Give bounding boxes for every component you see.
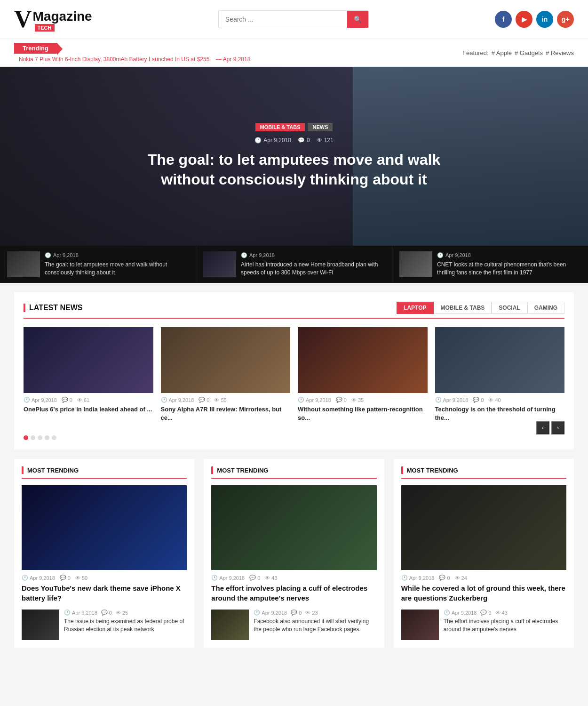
search-bar: 🔍 [218, 10, 369, 28]
tab-mobile[interactable]: MOBILE & TABS [434, 302, 492, 314]
trending-sub-2[interactable]: 🕐 Apr 9,2018 💬 0 👁 23 Facebook also anno… [211, 610, 376, 640]
date-1: 🕐 Apr 9,2018 [24, 397, 57, 403]
trending-news-text[interactable]: Nokia 7 Plus With 6-Inch Display, 3800mA… [14, 56, 462, 63]
trending-col-1-header: MOST TRENDING [22, 466, 187, 479]
hero-date: 🕐 Apr 9,2018 [254, 137, 291, 144]
trending-sub-info-2: 🕐 Apr 9,2018 💬 0 👁 23 Facebook also anno… [254, 610, 376, 634]
tm-date-1: 🕐 Apr 9,2018 [22, 575, 55, 581]
trending-main-meta-2: 🕐 Apr 9,2018 💬 0 👁 43 [211, 575, 376, 581]
tm-comments-3: 💬 0 [439, 575, 450, 581]
hero-strip-date-1: 🕐 Apr 9,2018 [45, 252, 189, 258]
news-title-2: Sony Alpha A7R III review: Mirrorless, b… [161, 405, 291, 422]
comments-1: 💬 0 [62, 397, 72, 403]
logo-magazine: Magazine [33, 9, 92, 24]
trending-main-meta-1: 🕐 Apr 9,2018 💬 0 👁 50 [22, 575, 187, 581]
trending-headline: Nokia 7 Plus With 6-Inch Display, 3800mA… [19, 56, 209, 63]
news-card-1[interactable]: 🕐 Apr 9,2018 💬 0 👁 61 OnePlus 6's price … [24, 327, 153, 422]
news-title-4: Technology is on the threshold of turnin… [435, 405, 565, 422]
trending-main-img-2[interactable] [211, 485, 376, 570]
youtube-icon[interactable]: ▶ [516, 11, 532, 28]
trending-sub-img-1 [22, 610, 59, 640]
hero-strip-item-3[interactable]: 🕐 Apr 9,2018 CNET looks at the cultural … [392, 246, 588, 283]
trending-sub-img-3 [401, 610, 439, 640]
news-title-3: Without something like pattern-recogniti… [298, 405, 428, 422]
ts-title-1: The issue is being examined as federal p… [64, 618, 187, 634]
tm-comments-1: 💬 0 [60, 575, 71, 581]
hero-comments: 💬 0 [298, 137, 310, 144]
views-1: 👁 61 [77, 397, 89, 403]
hero-tag-mobile[interactable]: MOBILE & TABS [255, 123, 305, 131]
tab-laptop[interactable]: LAPTOP [397, 302, 433, 314]
tm-date-3: 🕐 Apr 9,2018 [401, 575, 435, 581]
featured-gadgets[interactable]: # Gadgets [515, 49, 543, 56]
trending-main-img-3[interactable] [401, 485, 566, 570]
news-card-img-1 [24, 327, 153, 393]
news-title-1: OnePlus 6's price in India leaked ahead … [24, 405, 153, 414]
latest-news-header: LATEST NEWS LAPTOP MOBILE & TABS SOCIAL … [24, 302, 564, 319]
tm-date-2: 🕐 Apr 9,2018 [211, 575, 245, 581]
dot-1[interactable] [24, 435, 28, 440]
logo[interactable]: V Magazine TECH [14, 7, 92, 32]
hero-strip-thumb-1 [7, 251, 40, 277]
header: V Magazine TECH 🔍 f ▶ in g+ [0, 0, 588, 39]
trending-col-2: MOST TRENDING 🕐 Apr 9,2018 💬 0 👁 43 The … [204, 459, 384, 648]
hero-strip-info-3: 🕐 Apr 9,2018 CNET looks at the cultural … [437, 252, 581, 277]
news-card-4[interactable]: 🕐 Apr 9,2018 💬 0 👁 40 Technology is on t… [435, 327, 565, 422]
prev-arrow[interactable]: ‹ [536, 421, 549, 434]
hero-content: MOBILE & TABS NEWS 🕐 Apr 9,2018 💬 0 👁 12… [120, 113, 468, 199]
news-card-img-2 [161, 327, 291, 393]
dot-4[interactable] [45, 435, 49, 440]
featured-apple[interactable]: # Apple [492, 49, 512, 56]
trending-sub-3[interactable]: 🕐 Apr 9,2018 💬 0 👁 43 The effort involve… [401, 610, 566, 640]
dot-5[interactable] [52, 435, 56, 440]
hero-tag-news[interactable]: NEWS [308, 123, 333, 131]
hero-strip-thumb-3 [399, 251, 432, 277]
ts-title-2: Facebook also announced it will start ve… [254, 618, 376, 634]
views-2: 👁 55 [214, 397, 226, 403]
trending-sub-1[interactable]: 🕐 Apr 9,2018 💬 0 👁 25 The issue is being… [22, 610, 187, 640]
social-icons: f ▶ in g+ [495, 11, 574, 28]
facebook-icon[interactable]: f [495, 11, 512, 28]
trending-sub-img-2 [211, 610, 249, 640]
news-card-3[interactable]: 🕐 Apr 9,2018 💬 0 👁 35 Without something … [298, 327, 428, 422]
trending-label-wrap: Trending [14, 43, 462, 54]
search-input[interactable] [219, 11, 347, 28]
linkedin-icon[interactable]: in [536, 11, 553, 28]
trending-col-3: MOST TRENDING 🕐 Apr 9,2018 💬 0 👁 24 Whil… [394, 459, 574, 648]
latest-news-tabs: LAPTOP MOBILE & TABS SOCIAL GAMING [397, 302, 564, 314]
news-card-2[interactable]: 🕐 Apr 9,2018 💬 0 👁 55 Sony Alpha A7R III… [161, 327, 291, 422]
logo-v: V [14, 7, 32, 32]
hero-strip: 🕐 Apr 9,2018 The goal: to let amputees m… [0, 246, 588, 283]
hero-strip-item-1[interactable]: 🕐 Apr 9,2018 The goal: to let amputees m… [0, 246, 196, 283]
hero-views: 👁 121 [317, 137, 334, 144]
trending-label: Trending [14, 43, 57, 54]
hero-strip-date-2: 🕐 Apr 9,2018 [241, 252, 385, 258]
tab-social[interactable]: SOCIAL [492, 302, 527, 314]
comments-4: 💬 0 [473, 397, 484, 403]
hero-strip-item-2[interactable]: 🕐 Apr 9,2018 Airtel has introduced a new… [196, 246, 392, 283]
tm-comments-2: 💬 0 [249, 575, 260, 581]
featured-reviews[interactable]: # Reviews [546, 49, 574, 56]
news-meta-2: 🕐 Apr 9,2018 💬 0 👁 55 [161, 397, 291, 403]
trending-col-3-header: MOST TRENDING [401, 466, 566, 479]
trending-main-title-2[interactable]: The effort involves placing a cuff of el… [211, 583, 376, 603]
tab-gaming[interactable]: GAMING [527, 302, 564, 314]
trending-sub-info-1: 🕐 Apr 9,2018 💬 0 👁 25 The issue is being… [64, 610, 187, 634]
dot-3[interactable] [38, 435, 42, 440]
trending-col-2-header: MOST TRENDING [211, 466, 376, 479]
trending-bar: Trending Nokia 7 Plus With 6-Inch Displa… [0, 39, 588, 67]
date-3: 🕐 Apr 9,2018 [298, 397, 331, 403]
trending-main-meta-3: 🕐 Apr 9,2018 💬 0 👁 24 [401, 575, 566, 581]
trending-main-title-3[interactable]: While he covered a lot of ground this we… [401, 583, 566, 603]
latest-news-title: LATEST NEWS [24, 304, 87, 313]
trending-main-img-1[interactable] [22, 485, 187, 570]
news-card-img-4 [435, 327, 565, 393]
next-arrow[interactable]: › [551, 421, 564, 434]
featured-right: Featured: # Apple # Gadgets # Reviews [462, 49, 574, 56]
trending-main-title-1[interactable]: Does YouTube's new dark theme save iPhon… [22, 583, 187, 603]
hero-meta: 🕐 Apr 9,2018 💬 0 👁 121 [129, 137, 459, 144]
googleplus-icon[interactable]: g+ [557, 11, 574, 28]
featured-label: Featured: [462, 49, 489, 56]
dot-2[interactable] [31, 435, 35, 440]
search-button[interactable]: 🔍 [347, 11, 368, 28]
